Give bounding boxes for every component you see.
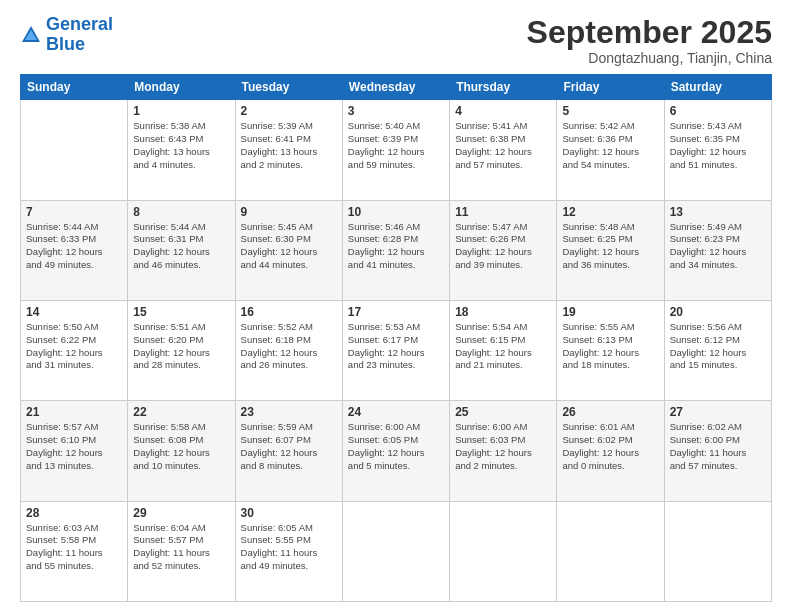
day-info: Sunrise: 5:49 AM Sunset: 6:23 PM Dayligh… — [670, 221, 766, 272]
header-row: Sunday Monday Tuesday Wednesday Thursday… — [21, 75, 772, 100]
table-row: 11Sunrise: 5:47 AM Sunset: 6:26 PM Dayli… — [450, 200, 557, 300]
day-info: Sunrise: 5:47 AM Sunset: 6:26 PM Dayligh… — [455, 221, 551, 272]
col-wednesday: Wednesday — [342, 75, 449, 100]
day-number: 16 — [241, 305, 337, 319]
table-row: 1Sunrise: 5:38 AM Sunset: 6:43 PM Daylig… — [128, 100, 235, 200]
table-row — [342, 501, 449, 601]
table-row: 14Sunrise: 5:50 AM Sunset: 6:22 PM Dayli… — [21, 300, 128, 400]
day-number: 27 — [670, 405, 766, 419]
table-row: 25Sunrise: 6:00 AM Sunset: 6:03 PM Dayli… — [450, 401, 557, 501]
day-info: Sunrise: 5:53 AM Sunset: 6:17 PM Dayligh… — [348, 321, 444, 372]
header: General Blue September 2025 Dongtazhuang… — [20, 15, 772, 66]
table-row: 5Sunrise: 5:42 AM Sunset: 6:36 PM Daylig… — [557, 100, 664, 200]
day-number: 17 — [348, 305, 444, 319]
col-thursday: Thursday — [450, 75, 557, 100]
day-number: 13 — [670, 205, 766, 219]
calendar-body: 1Sunrise: 5:38 AM Sunset: 6:43 PM Daylig… — [21, 100, 772, 602]
day-info: Sunrise: 6:03 AM Sunset: 5:58 PM Dayligh… — [26, 522, 122, 573]
table-row: 18Sunrise: 5:54 AM Sunset: 6:15 PM Dayli… — [450, 300, 557, 400]
day-number: 14 — [26, 305, 122, 319]
table-row: 20Sunrise: 5:56 AM Sunset: 6:12 PM Dayli… — [664, 300, 771, 400]
day-info: Sunrise: 5:51 AM Sunset: 6:20 PM Dayligh… — [133, 321, 229, 372]
table-row — [557, 501, 664, 601]
table-row: 7Sunrise: 5:44 AM Sunset: 6:33 PM Daylig… — [21, 200, 128, 300]
day-number: 10 — [348, 205, 444, 219]
day-info: Sunrise: 5:42 AM Sunset: 6:36 PM Dayligh… — [562, 120, 658, 171]
title-block: September 2025 Dongtazhuang, Tianjin, Ch… — [527, 15, 772, 66]
day-info: Sunrise: 5:38 AM Sunset: 6:43 PM Dayligh… — [133, 120, 229, 171]
logo-line1: General — [46, 14, 113, 34]
day-info: Sunrise: 5:48 AM Sunset: 6:25 PM Dayligh… — [562, 221, 658, 272]
day-number: 25 — [455, 405, 551, 419]
table-row: 9Sunrise: 5:45 AM Sunset: 6:30 PM Daylig… — [235, 200, 342, 300]
calendar-row: 21Sunrise: 5:57 AM Sunset: 6:10 PM Dayli… — [21, 401, 772, 501]
month-title: September 2025 — [527, 15, 772, 50]
location: Dongtazhuang, Tianjin, China — [527, 50, 772, 66]
table-row — [21, 100, 128, 200]
day-number: 24 — [348, 405, 444, 419]
day-number: 12 — [562, 205, 658, 219]
day-info: Sunrise: 5:57 AM Sunset: 6:10 PM Dayligh… — [26, 421, 122, 472]
day-info: Sunrise: 5:54 AM Sunset: 6:15 PM Dayligh… — [455, 321, 551, 372]
col-sunday: Sunday — [21, 75, 128, 100]
day-info: Sunrise: 5:44 AM Sunset: 6:31 PM Dayligh… — [133, 221, 229, 272]
day-number: 11 — [455, 205, 551, 219]
day-info: Sunrise: 5:56 AM Sunset: 6:12 PM Dayligh… — [670, 321, 766, 372]
day-number: 20 — [670, 305, 766, 319]
table-row: 27Sunrise: 6:02 AM Sunset: 6:00 PM Dayli… — [664, 401, 771, 501]
day-number: 22 — [133, 405, 229, 419]
day-number: 29 — [133, 506, 229, 520]
day-info: Sunrise: 6:01 AM Sunset: 6:02 PM Dayligh… — [562, 421, 658, 472]
table-row: 24Sunrise: 6:00 AM Sunset: 6:05 PM Dayli… — [342, 401, 449, 501]
table-row — [664, 501, 771, 601]
day-info: Sunrise: 5:46 AM Sunset: 6:28 PM Dayligh… — [348, 221, 444, 272]
day-number: 18 — [455, 305, 551, 319]
table-row: 26Sunrise: 6:01 AM Sunset: 6:02 PM Dayli… — [557, 401, 664, 501]
table-row: 8Sunrise: 5:44 AM Sunset: 6:31 PM Daylig… — [128, 200, 235, 300]
table-row — [450, 501, 557, 601]
day-number: 23 — [241, 405, 337, 419]
day-number: 8 — [133, 205, 229, 219]
col-friday: Friday — [557, 75, 664, 100]
logo-text: General Blue — [46, 15, 113, 55]
day-number: 30 — [241, 506, 337, 520]
day-number: 4 — [455, 104, 551, 118]
table-row: 4Sunrise: 5:41 AM Sunset: 6:38 PM Daylig… — [450, 100, 557, 200]
table-row: 2Sunrise: 5:39 AM Sunset: 6:41 PM Daylig… — [235, 100, 342, 200]
day-info: Sunrise: 6:02 AM Sunset: 6:00 PM Dayligh… — [670, 421, 766, 472]
day-number: 19 — [562, 305, 658, 319]
day-info: Sunrise: 5:52 AM Sunset: 6:18 PM Dayligh… — [241, 321, 337, 372]
col-monday: Monday — [128, 75, 235, 100]
day-info: Sunrise: 5:40 AM Sunset: 6:39 PM Dayligh… — [348, 120, 444, 171]
table-row: 17Sunrise: 5:53 AM Sunset: 6:17 PM Dayli… — [342, 300, 449, 400]
table-row: 15Sunrise: 5:51 AM Sunset: 6:20 PM Dayli… — [128, 300, 235, 400]
day-number: 2 — [241, 104, 337, 118]
day-info: Sunrise: 6:00 AM Sunset: 6:03 PM Dayligh… — [455, 421, 551, 472]
day-info: Sunrise: 5:39 AM Sunset: 6:41 PM Dayligh… — [241, 120, 337, 171]
day-info: Sunrise: 6:05 AM Sunset: 5:55 PM Dayligh… — [241, 522, 337, 573]
day-info: Sunrise: 6:04 AM Sunset: 5:57 PM Dayligh… — [133, 522, 229, 573]
day-info: Sunrise: 5:50 AM Sunset: 6:22 PM Dayligh… — [26, 321, 122, 372]
day-number: 6 — [670, 104, 766, 118]
day-number: 1 — [133, 104, 229, 118]
day-info: Sunrise: 5:45 AM Sunset: 6:30 PM Dayligh… — [241, 221, 337, 272]
day-info: Sunrise: 5:41 AM Sunset: 6:38 PM Dayligh… — [455, 120, 551, 171]
page: General Blue September 2025 Dongtazhuang… — [0, 0, 792, 612]
day-number: 26 — [562, 405, 658, 419]
calendar-row: 1Sunrise: 5:38 AM Sunset: 6:43 PM Daylig… — [21, 100, 772, 200]
day-number: 28 — [26, 506, 122, 520]
table-row: 10Sunrise: 5:46 AM Sunset: 6:28 PM Dayli… — [342, 200, 449, 300]
calendar-row: 14Sunrise: 5:50 AM Sunset: 6:22 PM Dayli… — [21, 300, 772, 400]
day-number: 5 — [562, 104, 658, 118]
table-row: 22Sunrise: 5:58 AM Sunset: 6:08 PM Dayli… — [128, 401, 235, 501]
table-row: 12Sunrise: 5:48 AM Sunset: 6:25 PM Dayli… — [557, 200, 664, 300]
table-row: 19Sunrise: 5:55 AM Sunset: 6:13 PM Dayli… — [557, 300, 664, 400]
table-row: 3Sunrise: 5:40 AM Sunset: 6:39 PM Daylig… — [342, 100, 449, 200]
calendar-row: 7Sunrise: 5:44 AM Sunset: 6:33 PM Daylig… — [21, 200, 772, 300]
logo: General Blue — [20, 15, 113, 55]
table-row: 28Sunrise: 6:03 AM Sunset: 5:58 PM Dayli… — [21, 501, 128, 601]
table-row: 6Sunrise: 5:43 AM Sunset: 6:35 PM Daylig… — [664, 100, 771, 200]
day-info: Sunrise: 5:55 AM Sunset: 6:13 PM Dayligh… — [562, 321, 658, 372]
day-info: Sunrise: 6:00 AM Sunset: 6:05 PM Dayligh… — [348, 421, 444, 472]
table-row: 21Sunrise: 5:57 AM Sunset: 6:10 PM Dayli… — [21, 401, 128, 501]
